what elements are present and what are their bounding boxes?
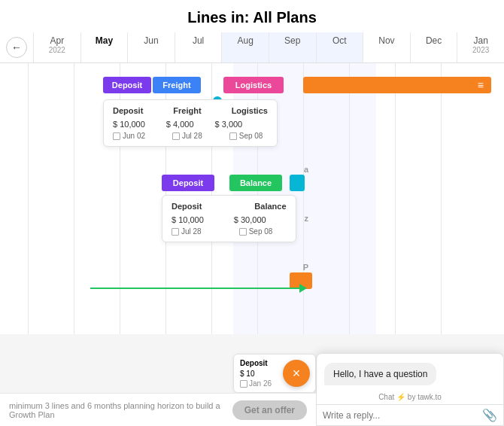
label-p: P: [303, 263, 308, 272]
month-may: May: [80, 32, 128, 62]
bar-freight: Freight: [153, 77, 201, 93]
month-columns: Apr 2022 May Jun Jul Aug Sep Oct Nov Dec…: [33, 32, 504, 62]
cal-icon-3: [229, 132, 237, 140]
month-nov: Nov: [363, 32, 410, 62]
chat-input-row: 📎: [317, 404, 503, 425]
divider-oct: [303, 63, 304, 334]
month-jan: Jan 2023: [457, 32, 504, 62]
divider-may: [74, 63, 74, 334]
month-dec: Dec: [410, 32, 457, 62]
payment-card-2: Deposit Balance $ 10,000 $ 30,000 Jul 28…: [162, 195, 296, 242]
bar-deposit-2: Deposit: [162, 175, 214, 191]
month-sep: Sep: [269, 32, 316, 62]
month-jul: Jul: [175, 32, 222, 62]
page-title: Lines in: All Plans: [0, 0, 504, 32]
orange-bar: ≡: [303, 77, 491, 93]
bar-row-2: Deposit Balance: [162, 175, 305, 191]
month-jun: Jun: [127, 32, 175, 62]
cal-icon-4: [172, 228, 179, 236]
chat-bubble: Hello, I have a question: [324, 363, 436, 385]
close-button[interactable]: ×: [283, 360, 310, 387]
bar-teal-2: [290, 175, 305, 191]
chat-message-area: Hello, I have a question: [317, 354, 503, 391]
divider-dec: [395, 63, 396, 334]
bar-logistics: Logistics: [223, 77, 284, 93]
get-offer-button[interactable]: Get an offer: [232, 400, 307, 420]
month-apr: Apr 2022: [33, 32, 80, 62]
bar-deposit: Deposit: [103, 77, 151, 93]
arrow-line: [90, 288, 301, 289]
chat-branding: Chat ⚡ by tawk.to: [317, 391, 503, 404]
label-z: z: [305, 214, 309, 223]
cal-icon-2: [172, 132, 180, 140]
attach-icon[interactable]: 📎: [482, 408, 497, 422]
chat-widget: Hello, I have a question Chat ⚡ by tawk.…: [316, 353, 504, 426]
bar-row-1: Deposit Freight Logistics: [103, 77, 284, 93]
label-a: a: [304, 165, 308, 174]
bottom-info-text: minimum 3 lines and 6 months planning ho…: [9, 401, 223, 419]
cal-icon-1: [113, 132, 120, 140]
divider-apr: [28, 63, 29, 334]
divider-jan: [441, 63, 442, 334]
arrow-container: [90, 280, 331, 289]
bottom-bar: minimum 3 lines and 6 months planning ho…: [0, 393, 316, 426]
divider-nov: [349, 63, 350, 334]
bar-balance: Balance: [229, 175, 282, 191]
back-button[interactable]: ←: [6, 37, 27, 58]
chat-input[interactable]: [323, 410, 482, 421]
payment-card-1: Deposit Freight Logistics $ 10,000 $ 4,0…: [103, 99, 278, 147]
month-aug: Aug: [221, 32, 269, 62]
cal-icon-mini: [240, 380, 247, 388]
cal-icon-5: [239, 228, 247, 236]
timeline-header: ← Apr 2022 May Jun Jul Aug Sep Oct Nov D…: [0, 32, 504, 63]
hamburger-icon[interactable]: ≡: [478, 79, 484, 91]
month-oct: Oct: [316, 32, 363, 62]
gantt-area: Deposit Freight Logistics ≡ Deposit Frei…: [0, 63, 504, 334]
